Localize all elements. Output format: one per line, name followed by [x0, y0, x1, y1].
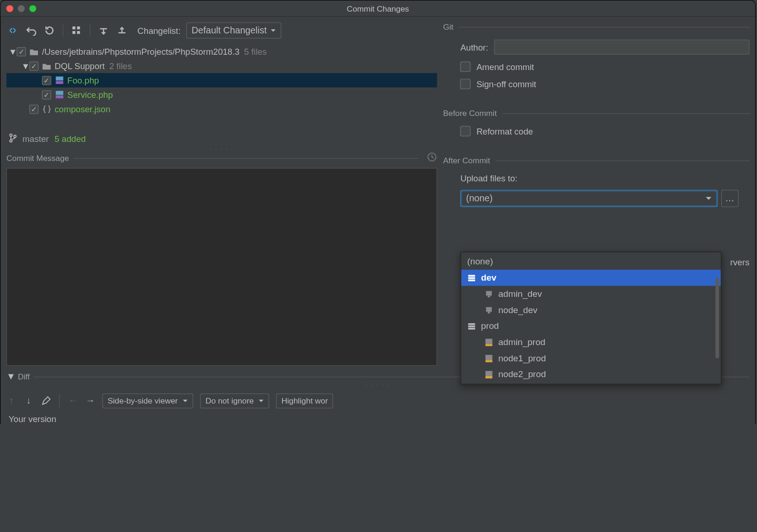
- divider: [496, 160, 750, 160]
- reformat-label: Reformat code: [476, 126, 533, 136]
- server-node-icon: [485, 289, 494, 299]
- svg-point-9: [10, 140, 12, 142]
- chevron-down-icon[interactable]: ▼: [21, 61, 28, 71]
- divider: [74, 158, 419, 158]
- dropdown-option-node1-prod[interactable]: node1_prod: [462, 350, 721, 366]
- svg-rect-6: [56, 91, 63, 95]
- branch-added: 5 added: [55, 134, 86, 144]
- collapse-all-icon[interactable]: [115, 24, 128, 37]
- highlight-mode-select[interactable]: Highlight wor: [276, 393, 333, 408]
- chevron-down-icon[interactable]: ▼: [6, 372, 13, 382]
- collapse-diff-icon[interactable]: [6, 24, 19, 37]
- svg-rect-25: [486, 360, 493, 362]
- svg-rect-12: [468, 275, 475, 277]
- amend-label: Amend commit: [476, 62, 534, 71]
- changelist-select[interactable]: Default Changelist: [186, 22, 281, 38]
- php-file-icon: [55, 90, 64, 99]
- commit-message-input[interactable]: [6, 168, 437, 366]
- svg-rect-4: [56, 77, 63, 81]
- drag-handle-icon[interactable]: · · · · ·: [6, 146, 437, 152]
- arrow-right-icon[interactable]: →: [85, 396, 96, 406]
- minimize-window-button[interactable]: [18, 5, 25, 12]
- chevron-down-icon: [258, 398, 264, 404]
- dropdown-option-dev[interactable]: dev: [462, 270, 721, 286]
- tree-file-row[interactable]: Foo.php: [6, 73, 437, 87]
- ignore-mode-select[interactable]: Do not ignore: [200, 393, 269, 408]
- svg-rect-21: [468, 328, 475, 330]
- servers-peek-text: rvers: [730, 257, 749, 267]
- tree-folder-row[interactable]: ▼ DQL Support 2 files: [6, 58, 437, 73]
- maximize-window-button[interactable]: [29, 5, 36, 12]
- svg-rect-3: [77, 31, 80, 34]
- commit-message-heading: Commit Message: [6, 154, 69, 163]
- author-input[interactable]: [494, 40, 750, 55]
- svg-rect-15: [486, 291, 492, 295]
- tree-file-name: composer.json: [55, 104, 110, 114]
- checkbox-file1[interactable]: [42, 76, 51, 85]
- svg-rect-1: [77, 26, 80, 29]
- view-mode-select[interactable]: Side-by-side viewer: [103, 393, 193, 408]
- json-file-icon: [42, 104, 51, 114]
- svg-rect-7: [56, 96, 63, 98]
- branch-icon: [9, 133, 17, 145]
- dropdown-option-admin-prod[interactable]: admin_prod: [462, 334, 721, 350]
- history-icon[interactable]: [427, 152, 437, 164]
- checkbox-root[interactable]: [17, 47, 26, 56]
- chevron-down-icon: [182, 398, 188, 404]
- close-window-button[interactable]: [6, 5, 13, 12]
- group-icon[interactable]: [70, 24, 83, 37]
- checkbox-file2[interactable]: [42, 90, 51, 99]
- titlebar[interactable]: Commit Changes: [0, 0, 755, 17]
- svg-rect-22: [486, 339, 493, 344]
- arrow-up-icon[interactable]: ↑: [6, 396, 17, 406]
- refresh-icon[interactable]: [43, 24, 56, 37]
- svg-point-8: [10, 134, 12, 136]
- folder-icon: [42, 61, 51, 71]
- dropdown-option-node-dev[interactable]: node_dev: [462, 302, 721, 318]
- signoff-label: Sign-off commit: [476, 79, 536, 89]
- chevron-down-icon[interactable]: ▼: [9, 46, 16, 56]
- tree-root-count: 5 files: [244, 46, 267, 56]
- window-title: Commit Changes: [6, 4, 750, 13]
- signoff-checkbox[interactable]: [460, 79, 470, 89]
- checkbox-file3[interactable]: [29, 104, 38, 114]
- sftp-icon: [485, 354, 494, 363]
- svg-rect-14: [468, 280, 475, 282]
- svg-rect-19: [468, 323, 475, 325]
- diff-heading: Diff: [18, 372, 30, 381]
- changelist-value: Default Changelist: [192, 26, 267, 36]
- svg-rect-18: [488, 312, 490, 314]
- tree-file-row[interactable]: Service.php: [6, 87, 437, 102]
- dropdown-option-node2-prod[interactable]: node2_prod: [462, 366, 721, 383]
- dropdown-scrollbar[interactable]: [716, 278, 719, 359]
- svg-rect-17: [486, 307, 492, 312]
- amend-checkbox[interactable]: [460, 62, 470, 72]
- toolbar: Changelist: Default Changelist: [6, 17, 437, 45]
- file-tree[interactable]: ▼ /Users/jetbrains/PhpstormProjects/PhpS…: [6, 44, 437, 130]
- svg-rect-5: [56, 81, 63, 84]
- svg-rect-23: [486, 344, 493, 346]
- upload-select[interactable]: (none): [460, 190, 718, 207]
- tree-file-name: Service.php: [67, 90, 113, 99]
- expand-all-icon[interactable]: [97, 24, 110, 37]
- tree-root-row[interactable]: ▼ /Users/jetbrains/PhpstormProjects/PhpS…: [6, 44, 437, 58]
- tree-root-path: /Users/jetbrains/PhpstormProjects/PhpSto…: [42, 46, 240, 56]
- dropdown-option-none[interactable]: (none): [462, 254, 721, 270]
- svg-rect-26: [486, 371, 493, 376]
- arrow-down-icon[interactable]: ↓: [24, 396, 34, 406]
- arrow-left-icon[interactable]: ←: [68, 396, 78, 406]
- browse-button[interactable]: …: [721, 190, 738, 207]
- branch-name[interactable]: master: [22, 134, 49, 144]
- edit-icon[interactable]: [41, 396, 51, 406]
- upload-value: (none): [466, 193, 493, 204]
- reformat-checkbox[interactable]: [460, 126, 470, 136]
- checkbox-folder[interactable]: [29, 61, 38, 71]
- chevron-down-icon: [270, 28, 276, 33]
- chevron-down-icon: [705, 195, 712, 202]
- dropdown-option-prod[interactable]: prod: [462, 318, 721, 334]
- server-group-icon: [467, 273, 476, 282]
- dropdown-option-admin-dev[interactable]: admin_dev: [462, 286, 721, 302]
- git-heading: Git: [443, 22, 453, 32]
- undo-icon[interactable]: [25, 24, 37, 37]
- tree-file-row[interactable]: composer.json: [6, 102, 437, 116]
